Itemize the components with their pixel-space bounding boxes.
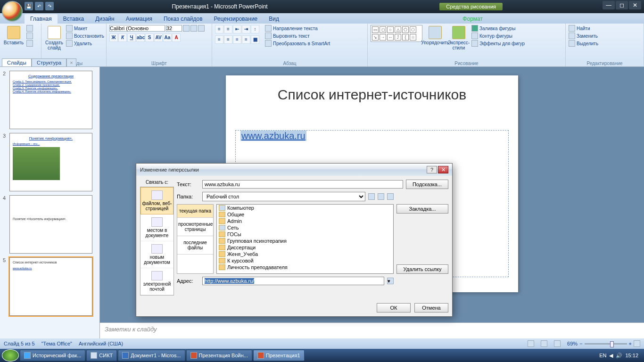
notes-pane[interactable]: Заметки к слайду — [100, 322, 644, 338]
tray-clock[interactable]: 15:12 — [625, 353, 638, 358]
zoom-control[interactable]: 69% −+ — [567, 340, 640, 347]
taskbar-item-active[interactable]: Презентация1 — [253, 350, 305, 361]
minimize-button[interactable]: — — [603, 1, 615, 9]
underline-button[interactable]: Ч — [127, 33, 136, 42]
select-button[interactable]: Выделить — [569, 40, 598, 47]
arrange-button[interactable]: Упорядочить — [424, 25, 446, 46]
link-to-email[interactable]: электронной почтой — [140, 268, 173, 295]
taskbar-item[interactable]: СИКТ — [86, 350, 117, 361]
align-center-icon[interactable]: ≡ — [224, 35, 232, 44]
new-slide-button[interactable]: Создать слайд — [44, 25, 64, 51]
font-name-input[interactable] — [109, 25, 165, 32]
browse-web-icon[interactable] — [378, 193, 384, 200]
thumbnail-2[interactable]: 2 Содержание презентации Слайд 1. Тема р… — [0, 69, 99, 131]
indent-icon[interactable]: ⇥ — [242, 25, 250, 33]
tab-view[interactable]: Вид — [263, 14, 285, 24]
replace-button[interactable]: Заменить — [569, 33, 598, 39]
view-slideshow-icon[interactable] — [554, 340, 561, 347]
italic-button[interactable]: К — [118, 33, 127, 42]
reset-button[interactable]: Восстановить — [66, 33, 104, 39]
clear-format-icon[interactable] — [198, 25, 205, 32]
tab-insert[interactable]: Вставка — [58, 14, 90, 24]
folder-select[interactable]: Рабочий стол — [202, 192, 365, 201]
shape-outline-button[interactable]: Контур фигуры — [471, 33, 525, 39]
dialog-help-icon[interactable]: ? — [427, 166, 437, 173]
columns-icon[interactable]: ▦ — [251, 35, 259, 44]
ok-button[interactable]: ОК — [377, 303, 411, 313]
shadow-button[interactable]: S — [145, 33, 154, 42]
office-button[interactable] — [2, 1, 23, 22]
taskbar-item[interactable]: Презентация Войн... — [186, 350, 252, 361]
outdent-icon[interactable]: ⇤ — [233, 25, 241, 33]
smartart-button[interactable]: Преобразовать в SmartArt — [265, 40, 330, 47]
qat-undo-icon[interactable]: ↶ — [35, 2, 43, 10]
bullets-icon[interactable]: ≡ — [215, 25, 223, 33]
quick-styles-button[interactable]: Экспресс-стили — [448, 25, 470, 51]
taskbar-item[interactable]: Исторический фак... — [20, 350, 85, 361]
paste-button[interactable]: Вставить — [3, 25, 25, 46]
shape-fill-button[interactable]: Заливка фигуры — [471, 25, 525, 32]
thumbnail-5[interactable]: 5 Список интернет-источников www.azbuka.… — [0, 255, 99, 318]
maximize-button[interactable]: ◻ — [616, 1, 628, 9]
browse-file-icon[interactable] — [387, 193, 394, 200]
up-folder-icon[interactable] — [368, 193, 375, 200]
case-button[interactable]: Aa — [163, 33, 172, 42]
font-color-button[interactable]: A — [172, 33, 181, 42]
tray-icon[interactable]: ◀ — [609, 353, 613, 359]
tab-current-folder[interactable]: текущая папка — [177, 205, 213, 218]
view-sorter-icon[interactable] — [541, 340, 547, 347]
screentip-button[interactable]: Подсказка... — [406, 180, 448, 189]
justify-icon[interactable]: ≡ — [242, 35, 250, 44]
shape-effects-button[interactable]: Эффекты для фигур — [471, 40, 525, 47]
shrink-font-icon[interactable] — [190, 25, 197, 32]
tab-format[interactable]: Формат — [457, 14, 488, 24]
thumbnail-4[interactable]: 4 Понятие «Носитель информации». — [0, 193, 99, 255]
qat-redo-icon[interactable]: ↷ — [45, 2, 54, 10]
tab-recent-files[interactable]: последние файлы — [177, 236, 213, 255]
tab-design[interactable]: Дизайн — [90, 14, 120, 24]
font-size-input[interactable] — [166, 25, 182, 32]
copy-icon[interactable] — [26, 33, 33, 39]
panel-tab-outline[interactable]: Структура — [32, 58, 66, 66]
tray-lang[interactable]: EN — [599, 353, 606, 358]
spacing-button[interactable]: AV — [154, 33, 163, 42]
taskbar-item[interactable]: Документ1 - Micros... — [118, 350, 185, 361]
shapes-gallery[interactable]: ▭◻○△⬠⬡ ↘→↔⤴{☆ — [371, 25, 422, 42]
dialog-close-icon[interactable]: ✕ — [438, 166, 448, 173]
linespacing-icon[interactable]: ↕ — [251, 25, 259, 33]
status-language[interactable]: Английский (США) — [79, 341, 123, 346]
panel-close-icon[interactable]: × — [66, 58, 76, 66]
fit-window-icon[interactable] — [634, 340, 640, 347]
remove-link-button[interactable]: Удалить ссылку — [396, 264, 448, 274]
tray-icon[interactable]: 🔊 — [616, 353, 622, 359]
qat-save-icon[interactable]: 💾 — [25, 2, 33, 10]
address-input[interactable]: http://www.azbuka.ru/ — [205, 278, 254, 284]
cancel-button[interactable]: Отмена — [414, 303, 448, 313]
link-to-new-doc[interactable]: новым документом — [140, 241, 173, 268]
strike-button[interactable]: abc — [136, 33, 145, 42]
cut-icon[interactable] — [26, 25, 33, 32]
slide-title-text[interactable]: Список интернет-источников — [237, 87, 507, 103]
align-text-button[interactable]: Выровнять текст — [265, 33, 330, 39]
panel-tab-slides[interactable]: Слайды — [2, 58, 32, 66]
layout-button[interactable]: Макет — [66, 25, 104, 32]
find-button[interactable]: Найти — [569, 25, 598, 32]
address-dropdown-icon[interactable]: ▾ — [387, 278, 394, 284]
text-direction-button[interactable]: Направление текста — [265, 25, 330, 32]
align-left-icon[interactable]: ≡ — [215, 35, 223, 44]
align-right-icon[interactable]: ≡ — [233, 35, 241, 44]
close-button[interactable]: ✕ — [629, 1, 641, 9]
display-text-input[interactable] — [202, 180, 403, 189]
bookmark-button[interactable]: Закладка... — [396, 204, 448, 214]
link-to-file-web[interactable]: файлом, веб-страницей — [140, 187, 173, 214]
numbering-icon[interactable]: ≡ — [224, 25, 232, 33]
start-button[interactable] — [2, 349, 19, 362]
tab-animation[interactable]: Анимация — [120, 14, 158, 24]
thumbnail-3[interactable]: 3 Понятие «информация». Информация – это… — [0, 131, 99, 193]
bold-button[interactable]: Ж — [109, 33, 118, 42]
grow-font-icon[interactable] — [183, 25, 190, 32]
delete-slide-button[interactable]: Удалить — [66, 40, 104, 47]
tab-browsed-pages[interactable]: просмотренные страницы — [177, 218, 213, 236]
tab-slideshow[interactable]: Показ слайдов — [158, 14, 208, 24]
tab-home[interactable]: Главная — [25, 14, 58, 24]
